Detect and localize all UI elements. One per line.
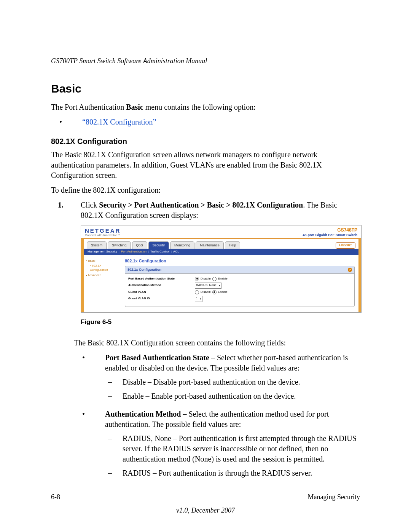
config-page-title: 802.1x Configuration	[125, 258, 355, 264]
side-nav: • Basic • 802.1X Configuration • Advance…	[84, 255, 123, 312]
field-auth-opt-radius: RADIUS – Port authentication is through …	[123, 468, 360, 478]
select-guest-vlan-id[interactable]: 1▾	[195, 296, 202, 302]
version-footer: v1.0, December 2007	[51, 506, 360, 515]
panel-heading: 802.1x Configuration	[127, 267, 161, 272]
dash-marker: –	[105, 377, 123, 387]
label-guest-vlan: Guest VLAN	[128, 290, 195, 294]
subnav-acl[interactable]: ACL	[173, 250, 179, 253]
radio-gvlan-disable-label: Disable	[201, 290, 211, 294]
figure-caption: Figure 6-5	[81, 318, 362, 327]
tab-qos[interactable]: QoS	[132, 241, 147, 249]
dash-marker: –	[105, 433, 123, 464]
product-desc: 48-port Gigabit PoE Smart Switch	[303, 233, 357, 237]
link-8021x-config[interactable]: “802.1X Configuration”	[82, 118, 156, 126]
define-paragraph: To define the 802.1X configuration:	[51, 185, 360, 195]
step1-pre: Click	[81, 201, 99, 209]
subnav-port-auth[interactable]: Port Authentication	[121, 250, 147, 253]
side-advanced[interactable]: • Advanced	[86, 273, 120, 278]
radio-pbas-disable[interactable]	[195, 277, 199, 281]
tab-help[interactable]: Help	[225, 241, 241, 249]
footer-rule	[51, 490, 360, 490]
intro-post: menu contains the following option:	[143, 103, 256, 111]
radio-pbas-enable[interactable]	[212, 277, 217, 281]
intro-bold: Basic	[126, 103, 143, 111]
subnav-traffic-control[interactable]: Traffic Control	[150, 250, 169, 253]
field-pbas-opt-enable: Enable – Enable port-based authenticatio…	[123, 391, 360, 401]
bullet-marker: •	[74, 409, 105, 482]
field-auth-name: Authentication Method	[105, 410, 181, 418]
intro-pre: The Port Authentication	[51, 103, 126, 111]
tab-switching[interactable]: Switching	[108, 241, 131, 249]
field-pbas-opt-disable: Disable – Disable port-based authenticat…	[123, 377, 360, 387]
netgear-logo: NETGEAR	[85, 228, 121, 233]
tab-monitoring[interactable]: Monitoring	[170, 241, 194, 249]
heading-basic: Basic	[51, 81, 360, 97]
intro-paragraph: The Port Authentication Basic menu conta…	[51, 102, 360, 112]
tab-system[interactable]: System	[87, 241, 107, 249]
radio-gvlan-enable-label: Enable	[218, 290, 228, 294]
radio-gvlan-disable[interactable]	[195, 290, 199, 294]
sub-nav: Management Security|Port Authentication|…	[84, 249, 358, 255]
tab-maintenance[interactable]: Maintenance	[196, 241, 224, 249]
tab-bar: System Switching QoS Security Monitoring…	[84, 239, 358, 249]
left-rail	[81, 239, 84, 312]
radio-gvlan-enable[interactable]	[212, 290, 217, 294]
field-auth-opt-radius-none: RADIUS, None – Port authentication is fi…	[123, 433, 360, 464]
chevron-down-icon: ▾	[219, 284, 220, 287]
heading-8021x: 802.1X Configuration	[51, 136, 360, 147]
radio-pbas-disable-label: Disable	[201, 277, 211, 281]
chapter-title: Managing Security	[308, 492, 360, 502]
right-rail	[358, 239, 361, 312]
bullet-marker: •	[51, 117, 82, 127]
label-auth-method: Authentication Method	[128, 283, 195, 288]
step-1: Click Security > Port Authentication > B…	[51, 200, 360, 334]
select-auth-method[interactable]: RADIUS, None▾	[195, 283, 221, 289]
select-auth-method-value: RADIUS, None	[196, 283, 217, 288]
label-guest-vlan-id: Guest VLAN ID	[128, 297, 195, 301]
dash-marker: –	[105, 468, 123, 478]
bullet-marker: •	[74, 353, 105, 405]
help-icon[interactable]: ?	[348, 268, 352, 272]
side-8021x[interactable]: • 802.1X Configuration	[86, 264, 120, 272]
subnav-mgmt-security[interactable]: Management Security	[88, 250, 117, 253]
side-basic[interactable]: • Basic	[86, 259, 120, 263]
chevron-down-icon: ▾	[200, 297, 201, 300]
label-pbas: Port Based Authentication State	[128, 277, 195, 281]
figure-screenshot: NETGEAR Connect with Innovation™ GS748TP…	[81, 225, 362, 313]
netgear-tagline: Connect with Innovation™	[85, 233, 121, 238]
tab-security[interactable]: Security	[148, 241, 169, 249]
page-number: 6-8	[51, 492, 60, 502]
select-guest-vlan-id-value: 1	[196, 297, 198, 301]
header-rule	[51, 68, 360, 68]
product-model: GS748TP	[303, 228, 357, 233]
fields-intro: The Basic 802.1X Configuration screen co…	[74, 338, 360, 348]
bullet-link-row: • “802.1X Configuration”	[51, 117, 360, 127]
field-pbas-name: Port Based Authentication State	[105, 353, 209, 362]
step1-path: Security > Port Authentication > Basic >…	[99, 201, 303, 209]
dash-marker: –	[105, 391, 123, 401]
desc-paragraph: The Basic 802.1X Configuration screen al…	[51, 150, 360, 181]
logout-button[interactable]: LOGOUT	[336, 242, 355, 249]
radio-pbas-enable-label: Enable	[218, 277, 228, 281]
config-panel: 802.1x Configuration ? Port Based Authen…	[125, 266, 355, 307]
running-header: GS700TP Smart Switch Software Administra…	[51, 56, 360, 66]
